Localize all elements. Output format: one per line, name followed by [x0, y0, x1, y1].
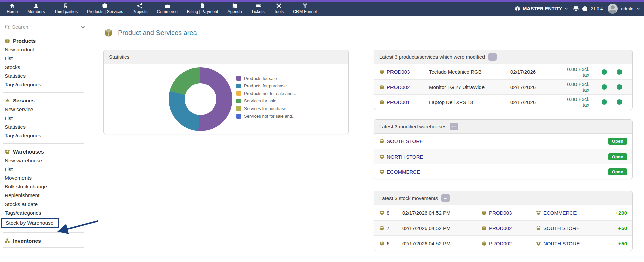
- warehouse-box-icon: [379, 139, 384, 144]
- warehouse-link[interactable]: SOUTH STORE: [536, 225, 603, 231]
- legend-swatch-products-for-purchase: [236, 84, 241, 88]
- product-ref-link[interactable]: PROD002: [379, 84, 429, 90]
- more-options-button[interactable]: ...: [441, 194, 450, 202]
- warehouse-link[interactable]: SOUTH STORE: [379, 138, 608, 144]
- nav-label: Billing | Payment: [187, 9, 218, 14]
- search-input[interactable]: [10, 24, 81, 30]
- warehouse-link[interactable]: NORTH STORE: [536, 241, 603, 246]
- nav-item-products-services[interactable]: Products | Services: [82, 2, 128, 16]
- nav-item-members[interactable]: Members: [22, 2, 49, 16]
- latest-warehouses-header: Latest 3 modified warehouses ...: [374, 120, 632, 134]
- nav-item-crm-funnel[interactable]: CRM Funnel: [288, 2, 321, 16]
- warehouse-link[interactable]: NORTH STORE: [379, 154, 608, 160]
- table-row: SOUTH STORE Open: [374, 134, 632, 149]
- nav-item-tickets[interactable]: Tickets: [247, 2, 269, 16]
- search-icon: [5, 24, 10, 30]
- product-ref-link[interactable]: PROD003: [379, 69, 429, 75]
- table-row: PROD001 Laptop Dell XPS 13 02/17/2026 0.…: [374, 94, 632, 110]
- product-ref-link[interactable]: PROD002: [481, 225, 536, 231]
- sidebar-item-new-service[interactable]: New service: [0, 105, 87, 114]
- help-icon[interactable]: [582, 6, 588, 12]
- status-cell: [597, 99, 612, 105]
- movement-id-link[interactable]: 6: [379, 241, 402, 246]
- statistics-card-body: Products for sale Products for purchase …: [104, 64, 348, 134]
- sidebar-item-services-statistics[interactable]: Statistics: [0, 123, 87, 131]
- sidebar-item-new-warehouse[interactable]: New warehouse: [0, 156, 87, 165]
- warehouses-menu: New warehouse List Movements Bulk stock …: [0, 156, 87, 229]
- warehouse-link[interactable]: ECOMMERCE: [379, 169, 608, 175]
- warehouse-name: SOUTH STORE: [387, 138, 423, 144]
- home-icon: [9, 3, 15, 9]
- page-title-text: Product and Services area: [118, 29, 197, 37]
- warehouse-name: NORTH STORE: [543, 241, 580, 246]
- nav-item-agenda[interactable]: Agenda: [223, 2, 247, 16]
- product-area-cube-icon: [104, 28, 113, 37]
- sidebar-section-products[interactable]: Products: [5, 38, 87, 44]
- movement-datetime: 02/17/2026 04:52 PM: [402, 225, 481, 231]
- sidebar-item-replenishment[interactable]: Replenishment: [0, 191, 87, 200]
- sidebar-item-services-list[interactable]: List: [0, 114, 87, 123]
- status-cell: [597, 69, 612, 75]
- section-title: Warehouses: [13, 149, 44, 155]
- sidebar-section-inventories[interactable]: Inventories: [5, 238, 87, 244]
- more-options-button[interactable]: ...: [450, 123, 458, 130]
- print-icon[interactable]: [573, 6, 579, 12]
- sidebar-item-new-product[interactable]: New product: [0, 45, 87, 54]
- version-number: 21.0.4: [591, 6, 603, 11]
- sidebar-item-bulk-stock-change[interactable]: Bulk stock change: [0, 182, 87, 191]
- table-row: 6 02/17/2026 04:52 PM PROD002 NORTH STOR…: [374, 235, 632, 251]
- modified-date: 02/17/2026: [510, 84, 561, 90]
- movement-id: 7: [387, 225, 389, 231]
- panel-title: Latest 3 products/services which were mo…: [379, 54, 485, 60]
- nav-item-commerce[interactable]: Commerce: [152, 2, 182, 16]
- sidebar-section-warehouses[interactable]: Warehouses: [5, 149, 87, 155]
- sidebar-item-warehouses-list[interactable]: List: [0, 165, 87, 174]
- product-ref: PROD003: [387, 69, 410, 75]
- chevron-down-icon[interactable]: [636, 7, 640, 11]
- legend-label: Products for purchase: [244, 83, 287, 88]
- product-cube-icon: [481, 241, 487, 246]
- user-avatar[interactable]: [608, 4, 618, 14]
- product-ref-link[interactable]: PROD001: [379, 99, 429, 105]
- nav-item-billing-payment[interactable]: Billing | Payment: [182, 2, 223, 16]
- status-badge: Open: [608, 138, 627, 145]
- warehouse-box-icon: [536, 241, 541, 246]
- sidebar-item-services-tags[interactable]: Tags/categories: [0, 131, 87, 140]
- movement-id-link[interactable]: 8: [379, 210, 402, 216]
- legend-label: Products for sale: [244, 76, 277, 81]
- sidebar-section-services[interactable]: Services: [5, 98, 87, 104]
- product-ref-link[interactable]: PROD002: [481, 241, 536, 246]
- movement-id-link[interactable]: 7: [379, 225, 402, 231]
- product-ref-link[interactable]: PROD003: [481, 210, 536, 216]
- sidebar-item-stocks[interactable]: Stocks: [0, 63, 87, 72]
- warehouse-name: SOUTH STORE: [543, 225, 580, 231]
- search-dropdown-caret-icon[interactable]: [81, 25, 85, 29]
- warehouse-box-icon: [379, 210, 384, 215]
- warehouse-name: ECOMMERCE: [387, 169, 420, 175]
- sidebar-item-products-list[interactable]: List: [0, 54, 87, 63]
- table-row: 7 02/17/2026 04:52 PM PROD002 SOUTH STOR…: [374, 220, 632, 235]
- nav-item-third-parties[interactable]: Third parties: [49, 2, 82, 16]
- sidebar-item-products-tags[interactable]: Tags/categories: [0, 80, 87, 89]
- services-menu: New service List Statistics Tags/categor…: [0, 105, 87, 140]
- nav-item-tools[interactable]: Tools: [269, 2, 288, 16]
- sidebar-item-products-statistics[interactable]: Statistics: [0, 72, 87, 80]
- sidebar-item-movements[interactable]: Movements: [0, 174, 87, 182]
- user-menu[interactable]: admin: [621, 6, 633, 11]
- products-services-donut-chart: [169, 67, 232, 131]
- product-label: Monitor LG 27 UltraWide: [429, 84, 510, 90]
- warehouse-link[interactable]: ECOMMERCE: [536, 210, 603, 216]
- modified-date: 02/17/2026: [510, 99, 561, 105]
- product-cube-icon: [481, 226, 487, 231]
- on-purchase-status-dot: [617, 84, 622, 90]
- more-options-button[interactable]: ...: [488, 53, 497, 61]
- sidebar-item-stock-by-warehouse[interactable]: Stock by Warehouse: [1, 218, 59, 228]
- sidebar-item-warehouses-tags[interactable]: Tags/categories: [0, 209, 87, 217]
- product-cube-icon: [5, 38, 10, 44]
- entity-selector[interactable]: MASTER ENTITY: [515, 6, 568, 12]
- nav-item-home[interactable]: Home: [2, 2, 22, 16]
- sidebar-item-stocks-at-date[interactable]: Stocks at date: [0, 200, 87, 209]
- nav-label: Commerce: [157, 9, 178, 14]
- status-cell: [612, 84, 627, 90]
- nav-item-projects[interactable]: Projects: [128, 2, 152, 16]
